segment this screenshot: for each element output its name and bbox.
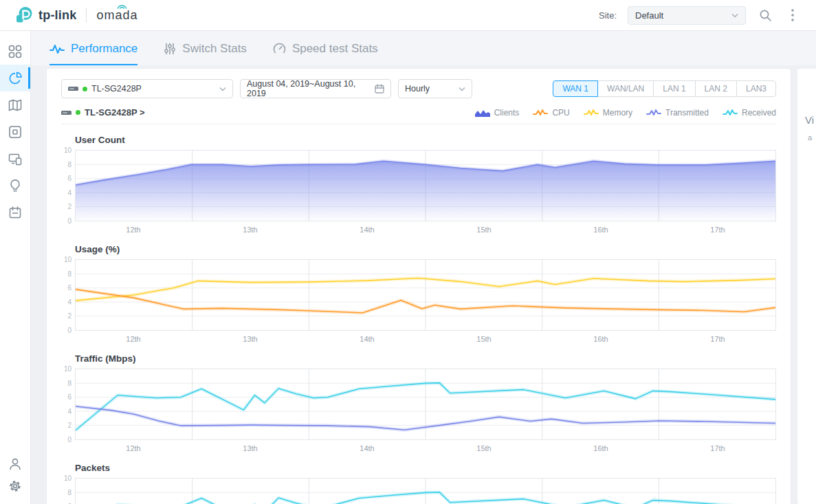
pie-chart-icon (8, 72, 22, 85)
legend-item-transmitted[interactable]: Transmitted (646, 108, 709, 118)
chart-plot-area[interactable] (75, 150, 776, 221)
legend-line-icon (646, 108, 661, 117)
sidebar-item-account[interactable] (0, 450, 30, 477)
log-calendar-icon (8, 206, 22, 219)
chart-plot-area[interactable] (75, 478, 776, 504)
chart-title: Usage (%) (75, 244, 776, 254)
legend-label: CPU (552, 108, 569, 118)
map-icon (8, 98, 22, 112)
legend-item-memory[interactable]: Memory (584, 108, 632, 118)
legend-label: Memory (603, 108, 632, 118)
sidebar-item-insight[interactable] (0, 172, 30, 199)
x-axis-labels: 12th13th14th15th16th17th (75, 335, 776, 343)
sidebar-spacer (0, 226, 30, 450)
legend-item-clients[interactable]: Clients (475, 108, 520, 118)
sidebar-item-settings[interactable] (0, 477, 30, 504)
calendar-icon (375, 84, 384, 94)
site-select-value: Default (635, 10, 663, 21)
chevron-down-icon (731, 13, 738, 18)
chart-traffic: Traffic (Mbps) 1086420 12th13th14th15th1… (61, 353, 776, 452)
sidebar-item-dashboard[interactable] (0, 38, 30, 65)
chart-plot-area[interactable] (75, 369, 776, 440)
site-select[interactable]: Default (628, 6, 746, 25)
chart-legend: ClientsCPUMemoryTransmittedReceived (475, 108, 776, 118)
speedometer-icon (273, 43, 286, 55)
chart-user-count: User Count 1086420 12th13th14th15th16th1… (61, 135, 776, 234)
top-header: tp-link omada Site: Default (0, 0, 816, 31)
omada-wifi-arcs-icon (116, 3, 128, 9)
device-row: TL-SG2428P > ClientsCPUMemoryTransmitted… (61, 107, 776, 124)
search-button[interactable] (757, 7, 773, 23)
interval-select[interactable]: Hourly (398, 79, 472, 98)
legend-label: Clients (494, 108, 520, 118)
y-axis-ticks: 1086420 (61, 474, 75, 504)
tab-bar: Performance Switch Stats Speed test Stat… (31, 31, 816, 65)
chart-toolbar: TL-SG2428P August 04, 2019~August 10, 20… (61, 79, 776, 98)
port-button-lan-2[interactable]: LAN 2 (695, 80, 737, 97)
chevron-down-icon (219, 87, 226, 91)
legend-area-icon (475, 108, 490, 117)
date-range-value: August 04, 2019~August 10, 2019 (247, 79, 369, 98)
search-icon (759, 9, 772, 22)
chart-title: Packets (75, 463, 776, 473)
date-range-picker[interactable]: August 04, 2019~August 10, 2019 (240, 79, 391, 98)
right-panel-text-2: a (808, 133, 816, 142)
more-menu-button[interactable] (784, 7, 801, 23)
performance-pulse-icon (49, 43, 65, 54)
gear-icon (8, 479, 22, 493)
port-button-lan-1[interactable]: LAN 1 (653, 80, 695, 97)
switch-device-icon (68, 86, 78, 91)
x-axis-labels: 12th13th14th15th16th17th (75, 444, 776, 452)
y-axis-ticks: 1086420 (61, 365, 75, 443)
device-breadcrumb-label: TL-SG2428P > (85, 107, 145, 118)
legend-line-icon (723, 108, 738, 117)
sidebar-item-log[interactable] (0, 199, 30, 226)
device-select[interactable]: TL-SG2428P (61, 79, 233, 98)
legend-label: Received (742, 108, 776, 118)
port-group: WAN 1WAN/LANLAN 1LAN 2LAN3 (553, 80, 776, 97)
tab-switch-stats[interactable]: Switch Stats (164, 31, 247, 65)
sliders-icon (164, 43, 176, 55)
chart-title: User Count (75, 135, 776, 145)
right-cutoff-panel: Vi a (797, 69, 816, 504)
brand-logo: tp-link omada (15, 6, 137, 24)
chart-plot-area[interactable] (75, 259, 776, 331)
dashboard-grid-icon (8, 45, 22, 58)
chart-title: Traffic (Mbps) (75, 353, 776, 364)
brand-name: tp-link (38, 8, 76, 23)
brand-divider (86, 8, 87, 23)
main-content: Performance Switch Stats Speed test Stat… (31, 31, 816, 504)
legend-item-cpu[interactable]: CPU (533, 108, 569, 118)
legend-line-icon (533, 108, 548, 117)
lightbulb-icon (8, 179, 22, 193)
right-panel-text-1: Vi (805, 114, 816, 126)
port-button-wan-lan[interactable]: WAN/LAN (597, 80, 654, 97)
tab-performance[interactable]: Performance (49, 31, 137, 65)
chart-usage: Usage (%) 1086420 12th13th14th15th16th17… (61, 244, 776, 343)
sidebar-item-access-points[interactable] (0, 118, 30, 145)
tab-speed-test-stats-label: Speed test Stats (292, 42, 378, 56)
switch-device-icon (61, 110, 71, 116)
device-status-dot (76, 110, 80, 115)
interval-select-value: Hourly (405, 84, 430, 94)
device-breadcrumb[interactable]: TL-SG2428P > (61, 107, 145, 118)
sidebar-item-clients[interactable] (0, 145, 30, 172)
device-status-dot (82, 87, 87, 91)
device-select-value: TL-SG2428P (91, 84, 142, 94)
product-name: omada (96, 8, 137, 23)
chevron-down-icon (459, 87, 465, 91)
port-button-wan-1[interactable]: WAN 1 (553, 80, 598, 97)
tab-switch-stats-label: Switch Stats (182, 42, 247, 56)
tab-speed-test-stats[interactable]: Speed test Stats (273, 31, 378, 65)
tab-performance-label: Performance (71, 42, 137, 56)
site-label: Site: (599, 10, 617, 21)
performance-card: TL-SG2428P August 04, 2019~August 10, 20… (47, 69, 791, 504)
legend-label: Transmitted (665, 108, 709, 118)
x-axis-labels: 12th13th14th15th16th17th (75, 226, 776, 234)
access-point-icon (8, 125, 22, 139)
sidebar-item-map[interactable] (0, 91, 30, 118)
user-icon (8, 457, 22, 471)
sidebar-item-statistics[interactable] (0, 65, 30, 91)
port-button-lan3[interactable]: LAN3 (736, 80, 776, 97)
legend-item-received[interactable]: Received (723, 108, 776, 118)
